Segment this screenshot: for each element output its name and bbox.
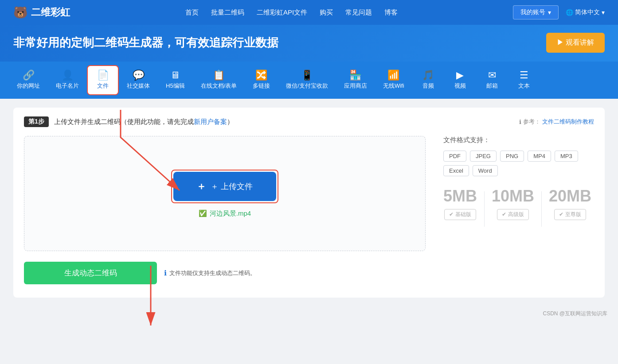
category-label-doc: 在线文档/表单 [201, 82, 237, 90]
category-label-video: 视频 [454, 82, 466, 90]
upload-layout: ＋ ＋ 上传文件 ✅ 河边风景.mp4 文件格式支持： PDFJPEGPNGMP… [24, 136, 594, 251]
category-item-vcard[interactable]: 👤 电子名片 [48, 66, 87, 94]
step-badge: 第1步 [24, 116, 49, 127]
nav-item-首页[interactable]: 首页 [185, 8, 199, 17]
chevron-down-icon: ▾ [602, 9, 605, 16]
tutorial-link[interactable]: 文件二维码制作教程 [542, 118, 594, 126]
generate-note: ℹ 文件功能仅支持生成动态二维码。 [164, 269, 256, 277]
main-nav: 首页批量二维码二维彩虹API文件购买常见问题博客 [185, 8, 398, 17]
check-icon: ✅ [199, 209, 207, 217]
category-label-url: 你的网址 [17, 82, 40, 90]
step-card: 第1步 上传文件并生成二维码（使用此功能，请先完成新用户备案） ℹ 参考： 文件… [13, 108, 605, 298]
account-button[interactable]: 我的账号 ▾ [513, 5, 559, 19]
upload-button-wrapper: ＋ ＋ 上传文件 [171, 170, 278, 203]
category-bar: 🔗 你的网址 👤 电子名片 📄 文件 💬 社交媒体 🖥 H5编辑 📋 在线文档/… [0, 62, 618, 99]
category-item-wechat[interactable]: 📱 微信/支付宝收款 [278, 66, 336, 94]
category-item-file[interactable]: 📄 文件 [87, 65, 119, 95]
format-tag-jpeg: JPEG [470, 151, 497, 162]
plus-icon: ＋ [196, 180, 206, 193]
generate-area: 生成动态二维码 ℹ 文件功能仅支持生成动态二维码。 [24, 262, 594, 284]
language-button[interactable]: 🌐 简体中文 ▾ [566, 8, 605, 16]
category-icon-audio: 🎵 [422, 70, 434, 80]
category-label-appstore: 应用商店 [344, 82, 367, 90]
header-right: 我的账号 ▾ 🌐 简体中文 ▾ [513, 5, 605, 19]
upload-area: ＋ ＋ 上传文件 ✅ 河边风景.mp4 [24, 136, 426, 251]
lang-label: 简体中文 [575, 8, 600, 16]
size-divider-1 [541, 191, 542, 227]
step-reference: ℹ 参考： 文件二维码制作教程 [519, 118, 594, 126]
logo-text: 二维彩虹 [31, 6, 70, 19]
plan-badge-0: ✔ 基础版 [444, 209, 476, 220]
logo: 🐻 二维彩虹 [13, 6, 70, 19]
category-item-social[interactable]: 💬 社交媒体 [119, 66, 158, 94]
nav-item-批量二维码[interactable]: 批量二维码 [211, 8, 244, 17]
step-title: 上传文件并生成二维码（使用此功能，请先完成新用户备案） [54, 118, 234, 126]
format-tag-mp4: MP4 [528, 151, 551, 162]
category-label-vcard: 电子名片 [56, 82, 79, 90]
category-icon-video: ▶ [456, 70, 464, 80]
category-item-video[interactable]: ▶ 视频 [444, 66, 476, 94]
size-plans: 5MB ✔ 基础版 10MB ✔ 高级版 20MB ✔ 至尊版 [443, 187, 594, 227]
category-label-social: 社交媒体 [127, 82, 150, 90]
category-icon-h5: 🖥 [170, 70, 180, 80]
category-item-url[interactable]: 🔗 你的网址 [9, 66, 48, 94]
category-item-email[interactable]: ✉ 邮箱 [476, 66, 508, 94]
category-label-wechat: 微信/支付宝收款 [286, 82, 328, 90]
category-label-wifi: 无线Wifi [383, 82, 404, 90]
format-tag-word: Word [473, 165, 498, 176]
main-content: 第1步 上传文件并生成二维码（使用此功能，请先完成新用户备案） ℹ 参考： 文件… [0, 99, 618, 306]
size-plan-1: 10MB ✔ 高级版 [492, 187, 534, 220]
category-icon-file: 📄 [97, 70, 109, 80]
globe-icon: 🌐 [566, 9, 573, 16]
category-icon-email: ✉ [488, 70, 496, 80]
plan-badge-2: ✔ 至尊版 [554, 209, 586, 220]
nav-item-二维彩虹API文件[interactable]: 二维彩虹API文件 [257, 8, 307, 17]
size-plan-2: 20MB ✔ 至尊版 [549, 187, 591, 220]
format-tags: PDFJPEGPNGMP4MP3ExcelWord [443, 151, 594, 176]
logo-icon: 🐻 [13, 6, 27, 19]
info-icon: ℹ [164, 269, 167, 277]
category-item-multilink[interactable]: 🔀 多链接 [245, 66, 278, 94]
category-icon-wifi: 📶 [387, 70, 399, 80]
category-label-multilink: 多链接 [253, 82, 270, 90]
category-icon-url: 🔗 [23, 70, 35, 80]
category-item-appstore[interactable]: 🏪 应用商店 [336, 66, 375, 94]
size-divider-0 [484, 191, 485, 227]
category-item-text[interactable]: ☰ 文本 [508, 66, 540, 94]
hero-section: 非常好用的定制二维码生成器，可有效追踪行业数据 ▶ 观看讲解 [0, 25, 618, 62]
category-icon-text: ☰ [520, 70, 528, 80]
nav-item-常见问题[interactable]: 常见问题 [345, 8, 372, 17]
format-tag-mp3: MP3 [555, 151, 578, 162]
category-icon-appstore: 🏪 [349, 70, 361, 80]
upload-status: ✅ 河边风景.mp4 [199, 209, 251, 218]
category-label-email: 邮箱 [486, 82, 498, 90]
footer: CSDN @互联网运营知识库 [0, 306, 618, 321]
generate-button[interactable]: 生成动态二维码 [24, 262, 157, 284]
size-value-0: 5MB [443, 187, 477, 205]
format-tag-pdf: PDF [443, 151, 466, 162]
format-tag-excel: Excel [443, 165, 469, 176]
file-formats-panel: 文件格式支持： PDFJPEGPNGMP4MP3ExcelWord 5MB ✔ … [443, 136, 594, 251]
watch-button[interactable]: ▶ 观看讲解 [546, 33, 605, 53]
category-item-audio[interactable]: 🎵 音频 [412, 66, 444, 94]
upload-button[interactable]: ＋ ＋ 上传文件 [173, 172, 276, 201]
category-item-doc[interactable]: 📋 在线文档/表单 [193, 66, 245, 94]
account-label: 我的账号 [520, 8, 545, 16]
size-value-1: 10MB [492, 187, 534, 205]
category-item-h5[interactable]: 🖥 H5编辑 [158, 66, 193, 94]
category-icon-wechat: 📱 [301, 70, 313, 80]
size-value-2: 20MB [549, 187, 591, 205]
category-label-file: 文件 [97, 82, 109, 90]
plan-badge-1: ✔ 高级版 [497, 209, 528, 220]
step-header: 第1步 上传文件并生成二维码（使用此功能，请先完成新用户备案） ℹ 参考： 文件… [24, 116, 594, 127]
registration-link[interactable]: 新用户备案 [194, 118, 227, 125]
category-icon-doc: 📋 [213, 70, 225, 80]
category-label-text: 文本 [518, 82, 530, 90]
category-icon-vcard: 👤 [62, 70, 74, 80]
nav-item-购买[interactable]: 购买 [320, 8, 333, 17]
hero-title: 非常好用的定制二维码生成器，可有效追踪行业数据 [13, 35, 278, 50]
footer-text: CSDN @互联网运营知识库 [543, 310, 607, 317]
nav-item-博客[interactable]: 博客 [384, 8, 398, 17]
info-icon: ℹ [519, 119, 521, 125]
category-item-wifi[interactable]: 📶 无线Wifi [375, 66, 412, 94]
